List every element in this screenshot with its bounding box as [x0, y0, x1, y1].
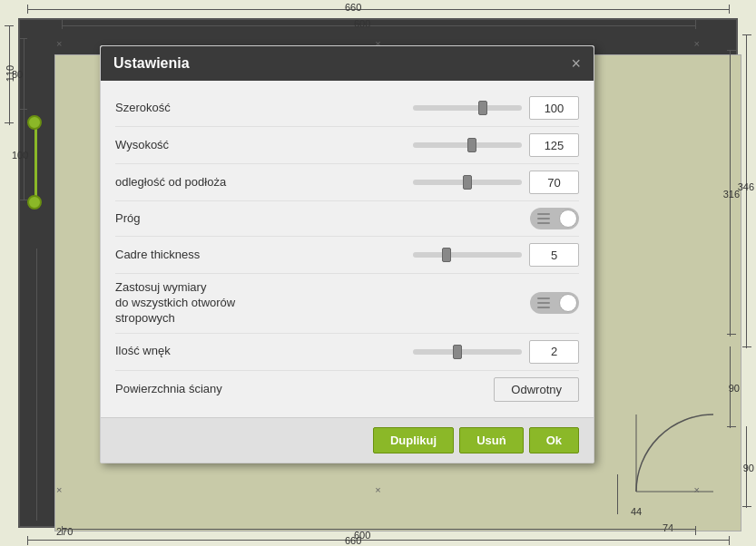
arc-decoration	[632, 410, 718, 496]
label-prog: Próg	[115, 211, 297, 227]
control-prog	[297, 208, 579, 229]
dim-text-bottom-74: 74	[663, 522, 673, 533]
toggle-line-z1	[537, 297, 550, 299]
dim-cap-b600-l	[62, 526, 63, 535]
cross-tr: ×	[694, 38, 700, 49]
label-szerokosc: Szerokość	[115, 101, 297, 116]
dim-text-right-346: 346	[738, 181, 754, 192]
label-ilosc-wnek: Ilość wnęk	[115, 344, 297, 359]
dim-text-left-80: 80	[12, 69, 23, 80]
dim-line-top-600	[62, 25, 695, 26]
dim-line-bottom-600	[62, 529, 695, 530]
slider-cadre[interactable]	[413, 252, 522, 258]
drawing-area: 660 600 110 80 100 346 316 90 90	[0, 0, 756, 546]
toggle-zastosuj[interactable]	[530, 292, 579, 314]
dim-line-top-660	[27, 9, 729, 10]
dim-cap-316-t	[727, 50, 736, 51]
control-cadre-thickness	[297, 243, 579, 267]
green-circle-bottom[interactable]	[27, 195, 42, 210]
cross-bl: ×	[56, 484, 62, 495]
dim-line-bottom-44	[617, 474, 618, 514]
slider-wysokosc[interactable]	[413, 142, 522, 148]
dim-cap-80-t	[18, 38, 27, 39]
input-wysokosc[interactable]	[529, 133, 579, 157]
modal-title: Ustawienia	[113, 55, 190, 72]
label-odleglosc: odległość od podłoża	[115, 175, 297, 190]
settings-modal: Ustawienia × Szerokość Wysokość	[100, 45, 594, 463]
odwrotny-button[interactable]: Odwrotny	[494, 377, 579, 402]
dim-cap-346-t	[742, 34, 751, 35]
dim-text-bottom-660: 660	[345, 535, 361, 546]
toggle-lines-zastosuj	[537, 297, 550, 308]
slider-thumb-szerokosc[interactable]	[478, 101, 487, 115]
control-ilosc-wnek	[297, 340, 579, 364]
green-connector	[34, 122, 37, 202]
input-ilosc-wnek[interactable]	[529, 340, 579, 364]
cross-br: ×	[694, 484, 700, 495]
toggle-line-z3	[537, 307, 550, 308]
dim-cap-90t-b	[727, 426, 736, 427]
dim-cap-b660-l	[27, 536, 28, 545]
duplikuj-button[interactable]: Duplikuj	[373, 427, 454, 453]
modal-close-button[interactable]: ×	[571, 55, 581, 72]
row-zastosuj: Zastosuj wymiary do wszystkich otworów s…	[115, 274, 579, 334]
dim-text-bottom-270: 270	[56, 526, 73, 537]
slider-thumb-ilosc[interactable]	[453, 345, 462, 359]
control-powierzchnia: Odwrotny	[297, 377, 579, 402]
dim-text-bottom-44: 44	[631, 506, 642, 517]
dim-text-top-600: 600	[354, 18, 370, 29]
dim-cap-left-110-b	[5, 122, 14, 123]
cross-tl: ×	[56, 38, 62, 49]
slider-thumb-odleglosc[interactable]	[463, 175, 472, 190]
toggle-knob-prog	[559, 210, 577, 228]
dim-cap-316-b	[727, 334, 736, 335]
dim-cap-80-b	[18, 109, 27, 110]
dim-line-bottom-660	[27, 540, 729, 541]
dim-text-right-316: 316	[723, 189, 740, 200]
dim-line-bottom-300	[36, 249, 37, 521]
toggle-knob-zastosuj	[559, 294, 577, 312]
slider-odleglosc[interactable]	[413, 180, 522, 185]
ok-button[interactable]: Ok	[529, 427, 579, 453]
toggle-line-z2	[537, 302, 550, 304]
dim-cap-left-110-t	[5, 25, 14, 26]
toggle-line-3	[537, 222, 550, 224]
dim-cap-90b-b	[742, 506, 751, 507]
green-circle-top[interactable]	[27, 115, 42, 130]
dim-text-right-90b: 90	[743, 463, 754, 473]
row-powierzchnia: Powierzchnia ściany Odwrotny	[115, 371, 579, 408]
modal-body: Szerokość Wysokość	[101, 81, 594, 417]
cross-bm: ×	[375, 484, 380, 495]
row-cadre-thickness: Cadre thickness	[115, 237, 579, 274]
usun-button[interactable]: Usuń	[459, 427, 524, 453]
slider-ilosc[interactable]	[413, 349, 522, 355]
control-odleglosc	[297, 171, 579, 194]
toggle-line-1	[537, 213, 550, 215]
modal-footer: Duplikuj Usuń Ok	[101, 417, 594, 463]
control-wysokosc	[297, 133, 579, 157]
slider-thumb-wysokosc[interactable]	[467, 138, 476, 152]
toggle-prog[interactable]	[530, 208, 579, 229]
dim-line-left-80	[24, 38, 25, 111]
dim-placeholder	[635, 525, 636, 526]
dim-cap-tr	[729, 5, 730, 14]
label-cadre-thickness: Cadre thickness	[115, 248, 297, 263]
label-powierzchnia: Powierzchnia ściany	[115, 382, 297, 397]
dim-text-right-90t: 90	[729, 383, 740, 394]
input-szerokosc[interactable]	[529, 96, 579, 120]
toggle-line-2	[537, 218, 550, 219]
dim-cap-tl	[27, 5, 28, 14]
dim-cap-600-tl	[62, 20, 63, 29]
dim-cap-100-b	[18, 200, 27, 200]
dim-text-left-100: 100	[12, 150, 28, 161]
modal-header: Ustawienia ×	[101, 46, 594, 81]
toggle-lines-prog	[537, 213, 550, 224]
dim-cap-346-b	[742, 346, 751, 347]
slider-thumb-cadre[interactable]	[442, 248, 451, 262]
dim-cap-600-tr	[695, 20, 696, 29]
dim-cap-b660-r	[729, 536, 730, 545]
slider-szerokosc[interactable]	[413, 105, 522, 111]
input-odleglosc[interactable]	[529, 171, 579, 194]
row-szerokosc: Szerokość	[115, 90, 579, 127]
input-cadre[interactable]	[529, 243, 579, 267]
